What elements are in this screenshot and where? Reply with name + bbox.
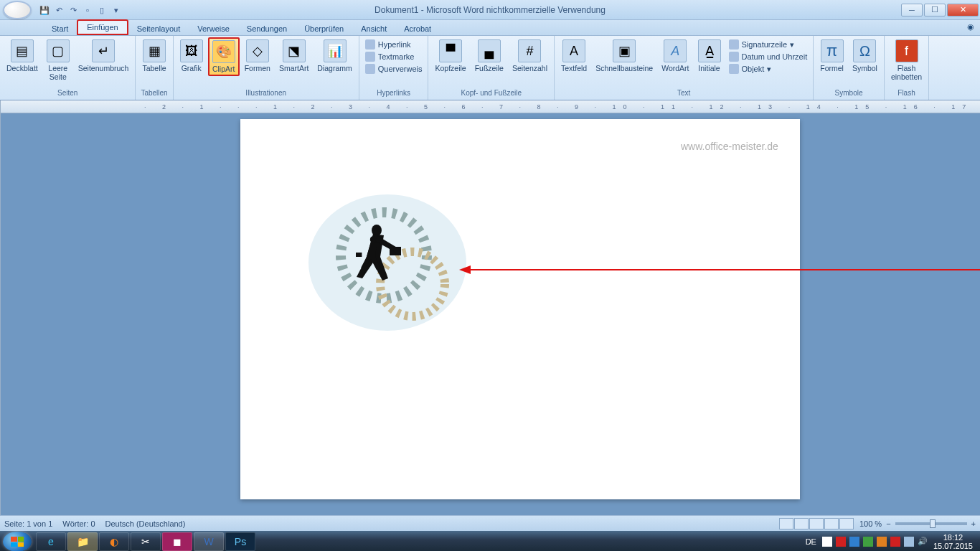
- signature-icon: [729, 39, 739, 50]
- inserted-clipart[interactable]: [305, 191, 470, 334]
- quick-access-toolbar: 💾 ↶ ↷ ▫ ▯ ▾: [39, 4, 122, 16]
- title-bar: 💾 ↶ ↷ ▫ ▯ ▾ Dokument1 - Microsoft Word n…: [0, 0, 980, 20]
- view-full-screen[interactable]: [794, 518, 809, 529]
- document-area[interactable]: www.office-meister.de: [1, 113, 980, 515]
- save-icon[interactable]: 💾: [39, 4, 50, 16]
- datum-button[interactable]: Datum und Uhrzeit: [727, 51, 809, 62]
- qat-dropdown-icon[interactable]: ▾: [110, 4, 122, 16]
- zoom-value[interactable]: 100 %: [859, 519, 882, 528]
- status-bar: Seite: 1 von 1 Wörter: 0 Deutsch (Deutsc…: [0, 515, 980, 531]
- tab-acrobat[interactable]: Acrobat: [395, 22, 440, 35]
- wordart-button[interactable]: AWordArt: [658, 37, 692, 75]
- deckblatt-button[interactable]: ▤Deckblatt: [3, 37, 42, 75]
- tab-start[interactable]: Start: [43, 22, 77, 35]
- group-kopf-fuss-label: Kopf- und Fußzeile: [431, 89, 551, 98]
- table-icon: ▦: [143, 39, 166, 62]
- group-tabellen-label: Tabellen: [138, 89, 169, 98]
- objekt-button[interactable]: Objekt ▾: [727, 63, 809, 75]
- initiale-button[interactable]: A̲Initiale: [694, 37, 725, 75]
- flash-button[interactable]: fFlash einbetten: [887, 37, 925, 83]
- querverweis-button[interactable]: Querverweis: [364, 63, 424, 75]
- leere-seite-button[interactable]: ▢Leere Seite: [43, 37, 73, 83]
- tray-icon[interactable]: [863, 537, 873, 547]
- seitenzahl-button[interactable]: #Seitenzahl: [509, 37, 551, 75]
- help-icon[interactable]: ◉: [967, 22, 974, 32]
- formel-button[interactable]: πFormel: [816, 37, 847, 75]
- dropcap-icon: A̲: [698, 39, 721, 62]
- undo-icon[interactable]: ↶: [53, 4, 65, 16]
- pagenumber-icon: #: [518, 39, 541, 62]
- schnellbausteine-button[interactable]: ▣Schnellbausteine: [592, 37, 656, 75]
- document-page[interactable]: www.office-meister.de: [240, 119, 800, 499]
- tray-volume-icon[interactable]: 🔊: [918, 537, 928, 547]
- clipart-button[interactable]: 🎨ClipArt: [208, 37, 240, 76]
- shapes-icon: ◇: [246, 39, 269, 62]
- svg-marker-8: [459, 265, 471, 274]
- tray-icon[interactable]: [890, 537, 900, 547]
- status-language[interactable]: Deutsch (Deutschland): [105, 519, 186, 528]
- taskbar-ie[interactable]: e: [36, 532, 66, 551]
- footer-icon: ▄: [478, 39, 501, 62]
- taskbar-photoshop[interactable]: Ps: [225, 532, 255, 551]
- new-icon[interactable]: ▫: [82, 4, 93, 16]
- close-button[interactable]: ✕: [947, 4, 979, 17]
- group-symbole-label: Symbole: [816, 89, 881, 98]
- svg-rect-6: [356, 253, 362, 257]
- taskbar-mediaplayer[interactable]: ◐: [99, 532, 129, 551]
- group-seiten-label: Seiten: [3, 89, 132, 98]
- tray-language[interactable]: DE: [806, 537, 816, 546]
- quickparts-icon: ▣: [613, 39, 636, 62]
- zoom-control: 100 % − +: [859, 519, 976, 528]
- tab-ansicht[interactable]: Ansicht: [352, 22, 395, 35]
- smartart-button[interactable]: ⬔SmartArt: [275, 37, 312, 75]
- view-outline[interactable]: [824, 518, 839, 529]
- open-icon[interactable]: ▯: [96, 4, 108, 16]
- redo-icon[interactable]: ↷: [67, 4, 79, 16]
- object-icon: [729, 64, 739, 74]
- tray-icon[interactable]: [836, 537, 846, 547]
- tab-seitenlayout[interactable]: Seitenlayout: [128, 22, 189, 35]
- taskbar-snipping[interactable]: ✂: [131, 532, 161, 551]
- taskbar-word[interactable]: W: [194, 532, 224, 551]
- tray-icon[interactable]: [877, 537, 887, 547]
- grafik-button[interactable]: 🖼Grafik: [176, 37, 207, 75]
- tab-verweise[interactable]: Verweise: [189, 22, 238, 35]
- status-page[interactable]: Seite: 1 von 1: [4, 519, 52, 528]
- tray-network-icon[interactable]: [904, 537, 914, 547]
- symbol-button[interactable]: ΩSymbol: [849, 37, 881, 75]
- view-buttons: [779, 518, 854, 529]
- zoom-in-icon[interactable]: +: [971, 519, 976, 528]
- kopfzeile-button[interactable]: ▀Kopfzeile: [431, 37, 469, 75]
- maximize-button[interactable]: ☐: [924, 4, 946, 17]
- formen-button[interactable]: ◇Formen: [241, 37, 274, 75]
- tray-clock[interactable]: 18:12 15.07.2015: [933, 533, 973, 550]
- view-print-layout[interactable]: [779, 518, 793, 529]
- view-draft[interactable]: [839, 518, 854, 529]
- zoom-slider[interactable]: [895, 522, 967, 525]
- signatur-button[interactable]: Signaturzeile ▾: [727, 39, 809, 50]
- zoom-slider-thumb[interactable]: [930, 519, 936, 528]
- office-button[interactable]: [3, 1, 32, 19]
- seitenumbruch-button[interactable]: ↵Seitenumbruch: [75, 37, 133, 75]
- zoom-out-icon[interactable]: −: [886, 519, 890, 528]
- tray-icon[interactable]: [822, 537, 832, 547]
- taskbar-app1[interactable]: ◼: [162, 532, 192, 551]
- taskbar-explorer[interactable]: 📁: [67, 532, 98, 551]
- window-title: Dokument1 - Microsoft Word nichtkommerzi…: [374, 5, 606, 15]
- tab-einfuegen[interactable]: Einfügen: [77, 19, 128, 35]
- tabelle-button[interactable]: ▦Tabelle: [138, 37, 169, 75]
- ribbon-tabs: Start Einfügen Seitenlayout Verweise Sen…: [0, 20, 980, 36]
- fusszeile-button[interactable]: ▄Fußzeile: [471, 37, 507, 75]
- taskbar: e 📁 ◐ ✂ ◼ W Ps DE 🔊 18:12 15.07.2015: [0, 531, 980, 551]
- minimize-button[interactable]: ─: [901, 4, 923, 17]
- hyperlink-button[interactable]: Hyperlink: [364, 39, 424, 50]
- start-button[interactable]: [3, 532, 32, 551]
- diagramm-button[interactable]: 📊Diagramm: [314, 37, 355, 75]
- tab-sendungen[interactable]: Sendungen: [238, 22, 296, 35]
- tab-ueberpruefen[interactable]: Überprüfen: [296, 22, 352, 35]
- tray-icon[interactable]: [849, 537, 859, 547]
- status-words[interactable]: Wörter: 0: [62, 519, 95, 528]
- view-web-layout[interactable]: [809, 518, 824, 529]
- textmarke-button[interactable]: Textmarke: [364, 51, 424, 62]
- textfeld-button[interactable]: ATextfeld: [557, 37, 590, 75]
